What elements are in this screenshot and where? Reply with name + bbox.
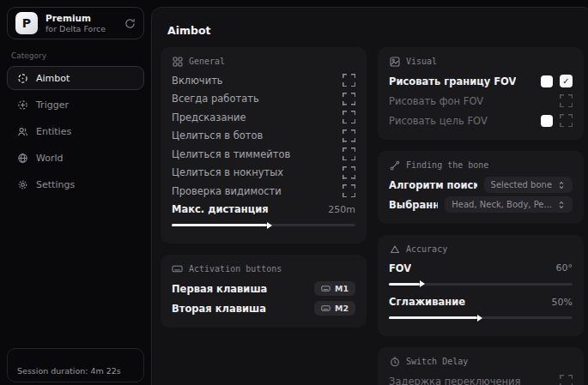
checkbox-draw-fov-background[interactable] [560,94,573,107]
visual-card: Visual Рисовать границу FOV Рисовать фон… [378,47,584,140]
max-distance-slider[interactable] [172,224,355,226]
keyboard-icon [172,263,183,274]
smoothing-row: Сглаживание 50% [389,293,573,312]
checkbox-draw-fov-target[interactable] [560,114,573,127]
category-label: Category [11,51,140,60]
checkbox-draw-fov-border[interactable] [560,75,573,87]
sidebar-item-label: Aimbot [36,73,70,84]
app-title: Premium [45,13,106,24]
fov-slider[interactable] [389,283,573,286]
fov-row: FOV 60° [389,259,573,278]
general-card-header: General [172,56,355,67]
first-key-bind-button[interactable]: M1 [314,281,355,296]
checkbox-target-teammates[interactable] [342,147,355,160]
chevron-updown-icon [557,201,566,209]
left-column: General Включить Всегда работать Предска… [161,47,367,385]
smoothing-value: 50% [552,297,573,308]
aimbot-crosshair-icon [16,72,28,84]
toggle-row-target-knocked: Целиться в нокнутых [172,164,355,183]
page-title: Aimbot [167,24,584,37]
sidebar-item-trigger[interactable]: Trigger [7,93,144,117]
switch-delay-card: Switch Delay Задержка переключения Задер… [378,347,584,385]
checkbox-target-knocked[interactable] [342,166,355,179]
right-column: Visual Рисовать границу FOV Рисовать фон… [378,47,584,385]
toggle-row-target-teammates: Целиться в тиммейтов [172,145,355,164]
selected-bones-select[interactable]: Head, Neck, Body, Pe... [445,196,573,213]
sidebar-item-label: Entities [36,126,71,137]
max-distance-value: 250m [328,204,355,215]
checkbox-enable[interactable] [342,74,355,87]
app-window: P Premium for Delta Force Category Aimbo… [0,0,588,385]
visual-card-header: Visual [389,56,573,67]
general-card: General Включить Всегда работать Предска… [161,47,367,244]
sidebar: P Premium for Delta Force Category Aimbo… [0,0,151,385]
draw-fov-background-row: Рисовать фон FOV [389,91,573,111]
second-key-bind-button[interactable]: M2 [314,301,355,316]
refresh-icon[interactable] [124,18,136,29]
section-title: Accuracy [406,244,447,254]
bone-algorithm-row: Алгоритм поиска кост Selected bone [389,175,573,195]
session-duration-box: Session duration: 4m 22s [7,348,144,382]
gear-icon [16,178,28,190]
entities-icon [16,125,28,137]
section-title: General [189,57,225,66]
toggle-row-target-bots: Целиться в ботов [172,127,355,146]
activation-card-header: Activation buttons [172,263,355,274]
section-title: Visual [406,57,437,66]
toggle-row-prediction: Предсказание [172,108,355,127]
checkbox-switch-delay[interactable] [560,375,573,385]
timer-icon [389,356,400,367]
smoothing-slider[interactable] [389,316,573,319]
chevron-updown-icon [557,181,566,189]
fov-value: 60° [556,262,573,274]
section-title: Activation buttons [189,264,282,274]
bone-card-header: Finding the bone [389,159,573,171]
sidebar-item-label: Settings [36,179,75,190]
grid-icon [172,56,183,67]
selected-bones-row: Выбранные кос Head, Neck, Body, Pe... [389,195,573,214]
toggle-row-always-work: Всегда работать [172,90,355,109]
slider-fill[interactable] [389,316,477,319]
app-subtitle: for Delta Force [45,24,106,34]
section-title: Switch Delay [406,357,468,366]
accuracy-card-header: Accuracy [389,244,573,255]
checkbox-visibility-check[interactable] [342,184,355,197]
trigger-crosshair-icon [16,99,28,111]
second-key-row: Вторая клавиша M2 [172,298,355,318]
sidebar-item-label: Trigger [36,99,69,111]
slider-fill[interactable] [172,224,267,226]
sidebar-item-settings[interactable]: Settings [7,172,144,196]
main-panel: Aimbot General Включит [151,7,588,385]
bone-icon [389,159,400,171]
toggle-row-enable: Включить [172,71,355,90]
switch-delay-card-header: Switch Delay [389,356,573,367]
checkbox-target-bots[interactable] [342,129,355,142]
finding-bone-card: Finding the bone Алгоритм поиска кост Se… [378,151,584,224]
keyboard-icon [321,304,330,313]
logo-text: Premium for Delta Force [45,13,106,34]
toggle-row-visibility-check: Проверка видимости [172,182,355,201]
checkbox-prediction[interactable] [342,111,355,123]
max-distance-row: Макс. дистанция 250m [172,201,355,220]
session-duration-label: Session duration: 4m 22s [17,366,121,376]
world-globe-icon [16,152,28,164]
slider-fill[interactable] [389,283,420,286]
accuracy-card: Accuracy FOV 60° Сглаживание 50% [378,235,584,336]
image-icon [389,56,400,67]
fov-border-color-swatch[interactable] [541,75,553,87]
activation-buttons-card: Activation buttons Первая клавиша M1 Вто… [161,255,367,328]
sidebar-item-aimbot[interactable]: Aimbot [7,66,144,90]
bone-algorithm-select[interactable]: Selected bone [484,177,573,193]
logo-card: P Premium for Delta Force [7,7,144,39]
triangle-icon [389,244,400,255]
draw-fov-border-row: Рисовать границу FOV [389,71,573,91]
first-key-row: Первая клавиша M1 [172,279,355,298]
fov-target-color-swatch[interactable] [541,115,553,127]
keyboard-icon [321,284,330,293]
app-logo: P [15,12,38,34]
sidebar-item-entities[interactable]: Entities [7,119,144,143]
sidebar-item-world[interactable]: World [7,146,144,170]
checkbox-always-work[interactable] [342,93,355,105]
draw-fov-target-row: Рисовать цель FOV [389,111,573,130]
sidebar-item-label: World [36,153,64,164]
